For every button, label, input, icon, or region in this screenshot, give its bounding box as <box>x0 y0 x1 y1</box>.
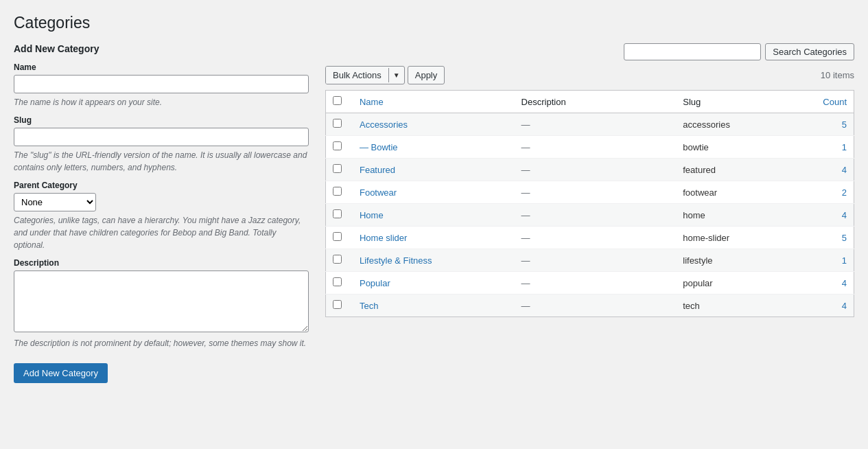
page-title: Categories <box>14 14 854 32</box>
table-row: Footwear—footwear2 <box>326 181 854 204</box>
th-slug: Slug <box>676 91 806 113</box>
parent-label: Parent Category <box>14 181 309 190</box>
row-checkbox[interactable] <box>333 119 342 128</box>
category-name-link[interactable]: Home slider <box>360 233 407 243</box>
bulk-actions-label: Bulk Actions <box>326 67 388 84</box>
category-slug: popular <box>676 272 806 295</box>
table-row: Accessories—accessories5 <box>326 113 854 136</box>
search-area: Search Categories <box>624 43 854 60</box>
table-row: — Bowtie—bowtie1 <box>326 136 854 159</box>
category-description: — <box>515 204 677 227</box>
table-row: Tech—tech4 <box>326 295 854 317</box>
bulk-bar: Bulk Actions ▼ Apply 10 items <box>325 66 854 84</box>
category-slug: tech <box>676 295 806 317</box>
category-description: — <box>515 249 677 272</box>
row-checkbox[interactable] <box>333 300 342 309</box>
items-count: 10 items <box>821 70 854 80</box>
add-category-panel: Add New Category Name The name is how it… <box>14 43 309 383</box>
parent-hint: Categories, unlike tags, can have a hier… <box>14 214 309 251</box>
slug-input[interactable] <box>14 128 309 146</box>
category-count-link[interactable]: 1 <box>842 142 847 152</box>
search-categories-button[interactable]: Search Categories <box>765 43 854 60</box>
th-count: Count <box>806 91 854 113</box>
description-textarea[interactable] <box>14 270 309 332</box>
category-slug: accessories <box>676 113 806 136</box>
category-name-link[interactable]: Tech <box>360 301 378 311</box>
parent-select[interactable]: None <box>14 193 96 211</box>
category-name-link[interactable]: Popular <box>360 278 390 288</box>
table-row: Home slider—home-slider5 <box>326 227 854 249</box>
row-checkbox[interactable] <box>333 232 342 241</box>
name-hint: The name is how it appears on your site. <box>14 96 309 108</box>
categories-table: Name Description Slug Count Accessories—… <box>325 90 854 317</box>
table-row: Home—home4 <box>326 204 854 227</box>
category-count-link[interactable]: 4 <box>842 165 847 175</box>
th-description: Description <box>515 91 677 113</box>
slug-group: Slug The "slug" is the URL-friendly vers… <box>14 115 309 174</box>
bulk-actions-arrow-icon[interactable]: ▼ <box>388 68 404 82</box>
category-name-link[interactable]: Footwear <box>360 187 397 198</box>
description-group: Description The description is not promi… <box>14 258 309 349</box>
category-count-link[interactable]: 4 <box>842 301 847 311</box>
slug-label: Slug <box>14 115 309 125</box>
table-row: Popular—popular4 <box>326 272 854 295</box>
top-bar: Search Categories <box>325 43 854 60</box>
category-name-link[interactable]: Accessories <box>360 119 408 130</box>
category-name-link[interactable]: — Bowtie <box>360 142 398 152</box>
name-label: Name <box>14 62 309 72</box>
th-count-link[interactable]: Count <box>823 97 847 107</box>
category-slug: featured <box>676 159 806 181</box>
category-count-link[interactable]: 4 <box>842 278 847 288</box>
add-category-title: Add New Category <box>14 43 309 54</box>
description-label: Description <box>14 258 309 268</box>
category-slug: footwear <box>676 181 806 204</box>
category-count-link[interactable]: 5 <box>842 233 847 243</box>
name-group: Name The name is how it appears on your … <box>14 62 309 108</box>
row-checkbox[interactable] <box>333 255 342 264</box>
category-count-link[interactable]: 5 <box>842 119 847 130</box>
category-name-link[interactable]: Featured <box>360 165 395 175</box>
category-count-link[interactable]: 2 <box>842 187 847 198</box>
row-checkbox[interactable] <box>333 209 342 218</box>
category-description: — <box>515 136 677 159</box>
category-count-link[interactable]: 1 <box>842 255 847 266</box>
category-slug: home <box>676 204 806 227</box>
category-description: — <box>515 159 677 181</box>
category-slug: bowtie <box>676 136 806 159</box>
table-row: Lifestyle & Fitness—lifestyle1 <box>326 249 854 272</box>
table-row: Featured—featured4 <box>326 159 854 181</box>
category-name-link[interactable]: Lifestyle & Fitness <box>360 255 432 266</box>
name-input[interactable] <box>14 75 309 93</box>
parent-group: Parent Category None Categories, unlike … <box>14 181 309 251</box>
category-description: — <box>515 181 677 204</box>
category-description: — <box>515 227 677 249</box>
bulk-left: Bulk Actions ▼ Apply <box>325 66 445 84</box>
select-all-checkbox[interactable] <box>333 96 342 105</box>
category-name-link[interactable]: Home <box>360 210 384 220</box>
bulk-actions-select[interactable]: Bulk Actions ▼ <box>325 66 405 84</box>
add-category-button[interactable]: Add New Category <box>14 363 108 383</box>
th-checkbox <box>326 91 353 113</box>
slug-hint: The "slug" is the URL-friendly version o… <box>14 149 309 174</box>
categories-panel: Search Categories Bulk Actions ▼ Apply 1… <box>325 43 854 317</box>
category-slug: lifestyle <box>676 249 806 272</box>
row-checkbox[interactable] <box>333 164 342 173</box>
category-description: — <box>515 272 677 295</box>
description-hint: The description is not prominent by defa… <box>14 337 309 349</box>
th-name-link[interactable]: Name <box>360 97 384 107</box>
category-description: — <box>515 295 677 317</box>
category-count-link[interactable]: 4 <box>842 210 847 220</box>
category-description: — <box>515 113 677 136</box>
search-input[interactable] <box>624 43 761 60</box>
category-slug: home-slider <box>676 227 806 249</box>
th-name: Name <box>353 91 515 113</box>
row-checkbox[interactable] <box>333 277 342 286</box>
apply-button[interactable]: Apply <box>408 66 445 84</box>
row-checkbox[interactable] <box>333 141 342 150</box>
row-checkbox[interactable] <box>333 187 342 196</box>
